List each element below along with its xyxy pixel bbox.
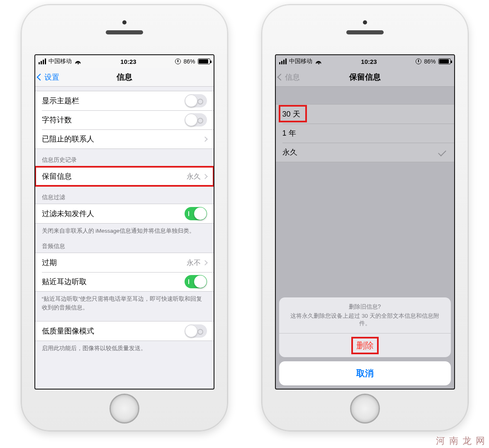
action-sheet: 删除旧信息? 这将永久删除您设备上超过 30 天的全部文本信息和信息附件。 删除… <box>279 297 451 385</box>
chevron-right-icon <box>202 174 208 179</box>
group-header-audio: 音频信息 <box>35 240 214 253</box>
status-bar: 中国移动 10:23 86% <box>35 55 214 68</box>
wifi-icon <box>74 58 82 64</box>
group-header-filter: 信息过滤 <box>35 186 214 204</box>
alarm-icon <box>175 58 181 64</box>
nav-bar: 设置 信息 <box>35 68 214 87</box>
footer-raise-note: “贴近耳边听取”使您只需将电话举至耳边，即可快速听取和回复收到的音频信息。 <box>35 292 214 317</box>
chevron-left-icon <box>36 73 44 80</box>
status-time: 10:23 <box>120 58 136 65</box>
carrier-label: 中国移动 <box>49 58 72 65</box>
sheet-title: 删除旧信息? <box>287 303 443 311</box>
iphone-frame-left: 中国移动 10:23 86% 设置 信息 <box>21 4 228 431</box>
row-raise-to-listen[interactable]: 贴近耳边听取 <box>35 272 214 291</box>
signal-icon <box>279 58 287 64</box>
sheet-header: 删除旧信息? 这将永久删除您设备上超过 30 天的全部文本信息和信息附件。 <box>279 297 451 333</box>
nav-back-label: 信息 <box>285 72 300 82</box>
status-time: 10:23 <box>361 58 377 65</box>
battery-percent: 86% <box>424 58 435 65</box>
status-bar: 中国移动 10:23 86% <box>276 55 454 68</box>
carrier-label: 中国移动 <box>289 58 312 65</box>
chevron-right-icon <box>202 136 208 142</box>
page-title: 保留信息 <box>349 72 381 83</box>
row-filter-unknown[interactable]: 过滤未知发件人 <box>35 204 214 223</box>
battery-icon <box>198 58 210 64</box>
row-blocked-contacts[interactable]: 已阻止的联系人 <box>35 129 214 149</box>
toggle-filter-unknown[interactable] <box>185 207 207 220</box>
page-title: 信息 <box>117 72 132 83</box>
toggle-show-subject[interactable] <box>185 94 207 107</box>
home-button[interactable] <box>109 394 139 424</box>
battery-percent: 86% <box>183 58 195 65</box>
sheet-message: 这将永久删除您设备上超过 30 天的全部文本信息和信息附件。 <box>287 312 443 327</box>
toggle-raise-listen[interactable] <box>185 275 207 288</box>
settings-content: 显示主题栏 字符计数 已阻止的联系人 信息历史记录 保留信息 <box>35 87 214 389</box>
nav-back-label: 设置 <box>44 72 59 82</box>
wifi-icon <box>315 58 322 64</box>
home-button[interactable] <box>350 394 380 424</box>
footer-low-quality-note: 启用此功能后，图像将以较低质量发送。 <box>35 341 214 358</box>
signal-icon <box>39 58 46 64</box>
nav-back-button[interactable]: 设置 <box>38 68 59 86</box>
checkmark-icon <box>438 148 446 156</box>
nav-bar: 信息 保留信息 <box>276 68 454 87</box>
row-char-count[interactable]: 字符计数 <box>35 110 214 129</box>
footer-filter-note: 关闭来自非联系人的 iMessage信息通知并将信息单独归类。 <box>35 224 214 240</box>
screen-right: 中国移动 10:23 86% 信息 保留信息 <box>275 54 455 390</box>
speaker-grille <box>346 30 384 34</box>
toggle-char-count[interactable] <box>185 113 207 127</box>
alarm-icon <box>416 58 421 64</box>
proximity-sensor <box>122 20 127 24</box>
iphone-frame-right: 中国移动 10:23 86% 信息 保留信息 <box>261 4 469 431</box>
toggle-low-quality[interactable] <box>185 324 207 338</box>
proximity-sensor <box>363 20 367 24</box>
row-show-subject[interactable]: 显示主题栏 <box>35 91 214 110</box>
sheet-delete-button[interactable]: 删除 <box>279 333 451 357</box>
option-forever[interactable]: 永久 <box>276 143 454 162</box>
sheet-cancel-button[interactable]: 取消 <box>279 361 451 385</box>
nav-back-button[interactable]: 信息 <box>278 68 300 86</box>
battery-icon <box>438 58 451 64</box>
group-header-history: 信息历史记录 <box>35 149 214 166</box>
watermark-text: 河 南 龙 网 <box>436 435 486 447</box>
option-30-days[interactable]: 30 天 <box>276 105 454 124</box>
row-keep-messages[interactable]: 保留信息 永久 <box>35 167 214 186</box>
option-1-year[interactable]: 1 年 <box>276 124 454 143</box>
chevron-right-icon <box>202 260 208 265</box>
speaker-grille <box>106 30 143 34</box>
row-expire[interactable]: 过期 永不 <box>35 253 214 272</box>
screen-left: 中国移动 10:23 86% 设置 信息 <box>34 54 214 390</box>
row-low-quality[interactable]: 低质量图像模式 <box>35 321 214 341</box>
chevron-left-icon <box>277 73 284 80</box>
